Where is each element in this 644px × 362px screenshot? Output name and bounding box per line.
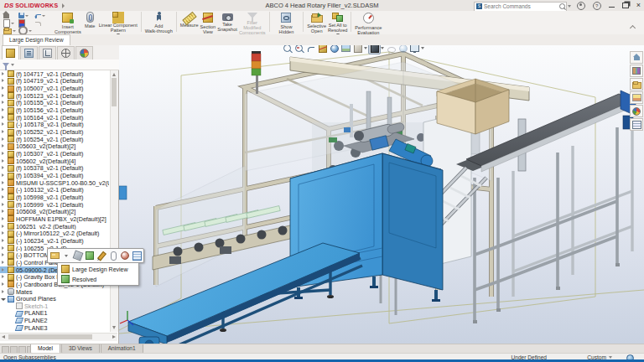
- tree-item[interactable]: PLANE3: [0, 324, 109, 332]
- expander-icon[interactable]: [0, 209, 7, 215]
- ribbon-collapse-icon[interactable]: [630, 25, 637, 30]
- expander-icon[interactable]: [0, 122, 7, 128]
- tree-item[interactable]: (-) 106234_v2-1 (Default): [0, 237, 109, 245]
- tree-horizontal-scrollbar[interactable]: [0, 333, 117, 341]
- expander-icon[interactable]: [0, 266, 7, 273]
- view-settings-icon[interactable]: [409, 45, 420, 54]
- expander-icon[interactable]: [0, 259, 7, 266]
- open-icon[interactable]: [3, 28, 12, 34]
- file-explorer-icon[interactable]: [630, 78, 643, 90]
- scroll-up-icon[interactable]: [112, 73, 116, 76]
- display-style-icon[interactable]: [368, 45, 381, 54]
- propertymanager-tab[interactable]: [20, 46, 38, 59]
- expander-icon[interactable]: [0, 114, 7, 121]
- expander-icon[interactable]: [0, 92, 7, 99]
- search-input[interactable]: [484, 3, 558, 9]
- design-library-icon[interactable]: [630, 65, 643, 77]
- expander-icon[interactable]: [0, 230, 7, 237]
- expander-icon[interactable]: [0, 281, 7, 287]
- expander-icon[interactable]: [0, 165, 7, 172]
- expander-icon[interactable]: [0, 85, 7, 92]
- ribbon-button[interactable]: Take Snapshot: [217, 11, 237, 32]
- tree-item[interactable]: (f) 105123_v2-1 (Default): [0, 92, 109, 100]
- ribbon-button[interactable]: Selective Open: [307, 11, 326, 37]
- tree-item[interactable]: 105608_v2(Default)[2]: [0, 208, 109, 215]
- scroll-left-icon[interactable]: [2, 335, 5, 339]
- zoom-to-fit-icon[interactable]: [282, 45, 293, 54]
- tree-item[interactable]: (f) 104719_v2-1 (Default): [0, 78, 109, 85]
- tab-large-design-review[interactable]: Large Design Review: [3, 34, 70, 45]
- tree-item[interactable]: (f) 105007_v2-1 (Default): [0, 85, 109, 92]
- tree-item[interactable]: (f) 105999_v2-1 (Default): [0, 201, 109, 209]
- options-dropdown-icon[interactable]: [29, 30, 32, 32]
- ribbon-button[interactable]: Performance Evaluation: [355, 11, 382, 35]
- appearance-icon[interactable]: [120, 251, 130, 261]
- tree-item[interactable]: 106251_v2-2 (Default): [0, 223, 109, 230]
- ribbon-button[interactable]: Mate: [83, 11, 97, 28]
- close-button[interactable]: ×: [636, 0, 641, 11]
- help-icon[interactable]: ?: [593, 2, 601, 10]
- tree-item[interactable]: 105603_v2(Default)[2]: [0, 143, 109, 151]
- edit-icon[interactable]: [96, 251, 106, 261]
- tree-item[interactable]: (f) 105156_v2-1 (Default): [0, 106, 109, 114]
- scroll-down-icon[interactable]: [112, 326, 116, 329]
- home-icon[interactable]: [3, 14, 9, 18]
- tree-item[interactable]: (f) 105394_v2-1 (Default): [0, 172, 109, 179]
- mate-icon[interactable]: [108, 251, 118, 261]
- open-dropdown-icon[interactable]: [13, 30, 16, 32]
- search-dropdown-icon[interactable]: [568, 5, 571, 8]
- expander-icon[interactable]: [0, 288, 7, 295]
- view-palette-icon[interactable]: [630, 91, 643, 104]
- expander-icon[interactable]: [0, 296, 7, 303]
- expander-icon[interactable]: [0, 70, 7, 77]
- expander-icon[interactable]: [0, 158, 7, 164]
- expander-icon[interactable]: [0, 143, 7, 150]
- expander-icon[interactable]: [0, 215, 7, 222]
- redo-icon[interactable]: [35, 22, 41, 26]
- ribbon-button[interactable]: Filter Modified Components: [239, 11, 266, 35]
- section-view-icon[interactable]: [317, 45, 328, 54]
- search-icon[interactable]: [559, 3, 565, 9]
- tree-vertical-scrollbar[interactable]: [110, 70, 118, 332]
- tree-item[interactable]: HOFFMAN E1PBX_v2(Default)[2]: [0, 215, 109, 223]
- configuration-dropdown-icon[interactable]: [609, 356, 612, 359]
- filter-dropdown-icon[interactable]: [11, 64, 14, 66]
- open-subassembly-icon[interactable]: [49, 251, 60, 261]
- scrollbar-thumb[interactable]: [8, 334, 92, 339]
- component-properties-icon[interactable]: [132, 251, 142, 261]
- tree-item[interactable]: PLANE1: [0, 310, 109, 318]
- undo-icon[interactable]: [35, 14, 41, 18]
- ribbon-button[interactable]: Set All to Resolved: [328, 11, 347, 36]
- search-commands-box[interactable]: S: [474, 2, 567, 12]
- restore-button[interactable]: [622, 3, 629, 8]
- expander-icon[interactable]: [0, 136, 7, 142]
- previous-view-icon[interactable]: [305, 45, 316, 54]
- expander-icon[interactable]: [0, 151, 7, 158]
- appearances-icon[interactable]: [329, 45, 340, 54]
- graphics-viewport[interactable]: [119, 45, 644, 344]
- expander-icon[interactable]: [8, 310, 15, 317]
- save-icon[interactable]: [18, 13, 24, 18]
- displaymanager-tab[interactable]: [75, 46, 93, 59]
- ribbon-button[interactable]: Linear Component Pattern: [99, 11, 138, 36]
- tree-item[interactable]: Ground Planes: [0, 295, 109, 303]
- zoom-to-area-icon[interactable]: [293, 45, 304, 54]
- ribbon-button[interactable]: Measure: [180, 11, 199, 28]
- hide-show-items-icon[interactable]: [386, 45, 397, 54]
- edit-appearance-icon[interactable]: [397, 45, 408, 54]
- expander-icon[interactable]: [0, 78, 7, 85]
- set-resolved-icon[interactable]: [85, 251, 95, 261]
- expander-icon[interactable]: [0, 223, 7, 230]
- view-orientation-icon[interactable]: [352, 45, 363, 54]
- tree-item[interactable]: MISUMI U-SSCSP1.00-B0.50_v2(U-SSCSP1304 …: [0, 179, 109, 187]
- tree-item[interactable]: (f) 105254_v2-1 (Default): [0, 136, 109, 143]
- configurationmanager-tab[interactable]: [39, 46, 56, 59]
- user-account-icon[interactable]: [577, 2, 585, 10]
- minimize-button[interactable]: [609, 7, 615, 8]
- isolate-icon[interactable]: [73, 251, 83, 261]
- featuremanager-tree-tab[interactable]: [2, 45, 19, 59]
- solidworks-resources-icon[interactable]: [630, 51, 643, 64]
- ribbon-button[interactable]: Add Walk-through: [145, 11, 173, 34]
- filter-funnel-icon[interactable]: [3, 63, 9, 67]
- custom-properties-icon[interactable]: [630, 118, 643, 131]
